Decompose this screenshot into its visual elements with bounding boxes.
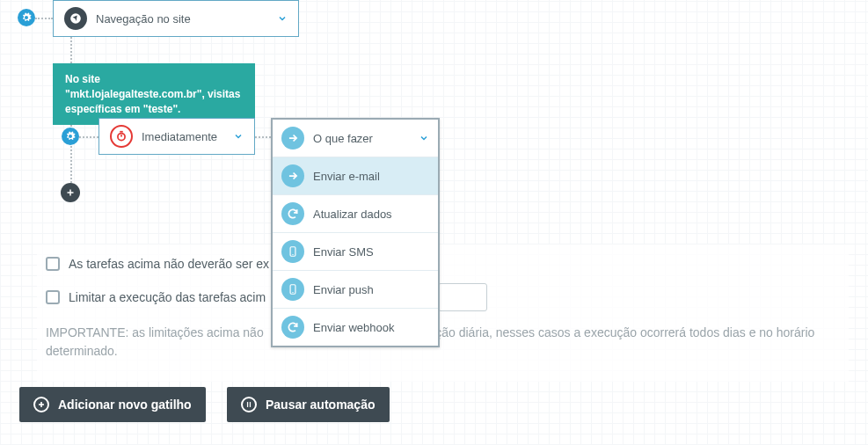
svg-rect-12 [250,402,251,407]
pause-automation-label: Pausar automação [266,398,376,412]
checkbox-limit-label: Limitar a execução das tarefas acim [69,290,266,304]
trigger-node-gear[interactable] [18,9,35,26]
refresh-icon [281,202,304,225]
options-note: IMPORTANTE: as limitações acima não fica… [46,324,840,361]
action-option-label: Atualizar dados [313,208,392,221]
pause-automation-button[interactable]: Pausar automação [227,387,390,422]
trigger-label: Navegação no site [96,12,268,26]
action-option-label: Enviar webhook [313,321,395,334]
phone-icon [281,240,304,263]
action-option-sms[interactable]: Enviar SMS [273,233,438,271]
limit-input[interactable] [438,283,487,311]
action-option-email[interactable]: Enviar e-mail [273,157,438,195]
arrow-right-icon [281,127,304,150]
gear-icon [21,12,32,23]
action-option-update[interactable]: Atualizar dados [273,195,438,233]
action-option-label: Enviar SMS [313,245,374,259]
arrow-right-icon [281,164,304,187]
refresh-icon [281,316,304,339]
svg-rect-11 [247,402,248,407]
action-select-dropdown[interactable]: O que fazer Enviar e-mail Atualizar dado… [271,118,440,347]
trigger-select[interactable]: Navegação no site [53,0,299,37]
add-branch-button[interactable] [61,183,80,202]
gear-icon [65,131,76,142]
pause-circle-icon [241,397,257,412]
checkbox-no-repeat[interactable] [46,257,60,271]
chevron-down-icon [419,133,429,143]
action-option-label: Enviar push [313,283,374,296]
action-option-webhook[interactable]: Enviar webhook [273,309,438,346]
trigger-description: No site "mkt.lojalegalteste.com.br", vis… [53,63,255,125]
timing-label: Imediatamente [142,130,224,143]
chevron-down-icon [233,131,244,142]
plus-icon [65,187,76,198]
action-option-label: Enviar e-mail [313,170,380,183]
options-panel: As tarefas acima não deverão ser ex Limi… [37,244,849,382]
chevron-down-icon [277,13,288,24]
timer-icon [110,125,133,148]
action-head-label: O que fazer [313,132,373,145]
plus-circle-icon [33,397,49,412]
phone-icon [281,278,304,301]
svg-point-0 [118,134,125,141]
connector [255,136,271,138]
timing-node-gear[interactable] [62,128,79,145]
action-select-head[interactable]: O que fazer [273,120,438,157]
checkbox-no-repeat-label: As tarefas acima não deverão ser ex [69,257,269,271]
add-trigger-label: Adicionar novo gatilho [58,398,192,412]
browse-icon [64,7,87,30]
timing-select[interactable]: Imediatamente [98,118,255,155]
action-option-push[interactable]: Enviar push [273,271,438,309]
add-trigger-button[interactable]: Adicionar novo gatilho [19,387,206,422]
checkbox-limit[interactable] [46,290,60,304]
connector [35,18,53,19]
